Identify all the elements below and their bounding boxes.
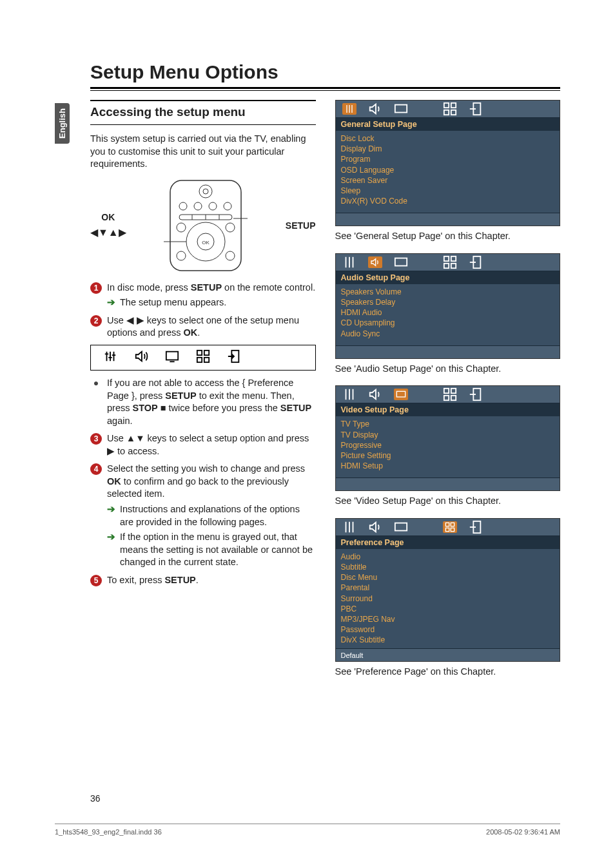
bullet-icon: ● [90, 378, 102, 427]
grid-icon [443, 389, 457, 400]
osd-list-general: Disc Lock Display Dim Program OSD Langua… [336, 131, 560, 213]
svg-rect-27 [395, 105, 406, 113]
osd-audio: Audio Setup Page Speakers Volume Speaker… [335, 253, 561, 359]
s4arrow1: Instructions and explanations of the opt… [120, 503, 316, 528]
footer-left: 1_hts3548_93_eng2_final.indd 36 [55, 828, 162, 836]
list-item: HDMI Audio [341, 307, 555, 318]
s2a: Use ◀ ▶ keys to select one of the setup … [107, 315, 299, 338]
step-1: 1 In disc mode, press SETUP on the remot… [90, 282, 316, 309]
rule-thick [90, 87, 560, 89]
rule-thin [90, 90, 560, 91]
s2b: OK [184, 327, 198, 338]
settings-icon [342, 103, 356, 115]
list-item: Screen Saver [341, 175, 555, 186]
grid-icon [443, 103, 457, 115]
grid-icon [443, 521, 457, 533]
language-tab: English [55, 103, 70, 144]
svg-rect-23 [204, 351, 209, 355]
list-item: Speakers Volume [341, 287, 555, 297]
osd-list-pref: Audio Subtitle Disc Menu Parental Surrou… [336, 549, 560, 648]
speaker-icon [368, 521, 382, 533]
list-item: OSD Language [341, 165, 555, 175]
bD: STOP [133, 403, 158, 413]
step-badge-4: 4 [90, 463, 102, 475]
s5b: SETUP [164, 575, 195, 585]
svg-point-4 [194, 202, 202, 210]
svg-rect-36 [444, 264, 448, 268]
svg-point-3 [179, 202, 187, 210]
list-item: Speakers Delay [341, 297, 555, 307]
arrow-icon: ➔ [107, 531, 116, 569]
list-item: Audio [341, 552, 555, 562]
svg-point-15 [226, 223, 235, 232]
speaker-icon [368, 103, 382, 115]
svg-rect-39 [396, 392, 405, 398]
svg-point-16 [177, 251, 186, 260]
grid-icon [195, 349, 211, 366]
list-item: HDMI Setup [341, 461, 555, 471]
step-2: 2 Use ◀ ▶ keys to select one of the setu… [90, 314, 316, 340]
settings-icon [342, 256, 356, 268]
osd-footer: Default [336, 648, 560, 661]
svg-point-5 [209, 202, 217, 210]
svg-point-14 [177, 223, 186, 232]
tv-icon [164, 349, 180, 366]
tv-icon [394, 389, 408, 400]
svg-rect-29 [451, 103, 455, 108]
remote-figure: OK ◀▼▲▶ OK [90, 177, 316, 274]
svg-rect-40 [444, 389, 448, 393]
bB: SETUP [165, 391, 196, 401]
tv-icon [394, 256, 408, 268]
svg-rect-43 [451, 396, 455, 400]
svg-point-17 [226, 251, 235, 260]
s4c: to confirm and go back to the previously… [107, 476, 289, 499]
svg-rect-20 [166, 352, 178, 360]
settings-icon [342, 389, 356, 400]
svg-rect-34 [444, 256, 448, 261]
tv-icon [394, 521, 408, 533]
page-title: Setup Menu Options [90, 61, 560, 83]
step-badge-1: 1 [90, 282, 102, 294]
remote-label-setup: SETUP [286, 220, 316, 231]
bG: again. [107, 416, 133, 426]
svg-rect-24 [197, 358, 202, 362]
exit-icon [469, 389, 483, 400]
svg-rect-31 [451, 110, 455, 115]
list-item: Parental [341, 583, 555, 593]
osd-footer [336, 213, 560, 226]
step-4: 4 Select the setting you wish to change … [90, 463, 316, 569]
remote-illustration: OK [164, 177, 248, 274]
s3: Use ▲▼ keys to select a setup option and… [107, 432, 316, 458]
svg-rect-37 [451, 264, 455, 268]
list-item: TV Type [341, 419, 555, 429]
svg-rect-48 [445, 528, 449, 531]
arrow-keys-icon: ◀▼▲▶ [90, 226, 126, 238]
svg-rect-22 [197, 351, 202, 355]
s1c: on the remote control. [222, 282, 315, 293]
list-item: PBC [341, 604, 555, 614]
osd-title: Preference Page [336, 536, 560, 549]
intro-text: This system setup is carried out via the… [90, 133, 316, 171]
footer-right: 2008-05-02 9:36:41 AM [486, 828, 560, 836]
tv-icon [394, 103, 408, 115]
svg-rect-35 [451, 256, 455, 261]
osd-preference: Preference Page Audio Subtitle Disc Menu… [335, 518, 561, 662]
svg-point-2 [203, 189, 208, 194]
osd-title: Video Setup Page [336, 403, 560, 416]
caption-audio: See 'Audio Setup Page' on this Chapter. [335, 363, 561, 376]
list-item: Disc Menu [341, 572, 555, 583]
list-item: Progressive [341, 440, 555, 450]
step-badge-3: 3 [90, 433, 102, 445]
osd-title: General Setup Page [336, 118, 560, 131]
caption-video: See 'Video Setup Page' on this Chapter. [335, 495, 561, 508]
list-item: Surround [341, 593, 555, 604]
s1b: SETUP [191, 282, 222, 293]
list-item: Audio Sync [341, 329, 555, 339]
arrow-icon: ➔ [107, 296, 116, 309]
grid-icon [443, 256, 457, 268]
list-item: Password [341, 624, 555, 635]
s5c: . [196, 575, 199, 585]
page-footer: 1_hts3548_93_eng2_final.indd 36 2008-05-… [55, 824, 560, 836]
exit-icon [469, 256, 483, 268]
s1a: In disc mode, press [107, 282, 191, 293]
